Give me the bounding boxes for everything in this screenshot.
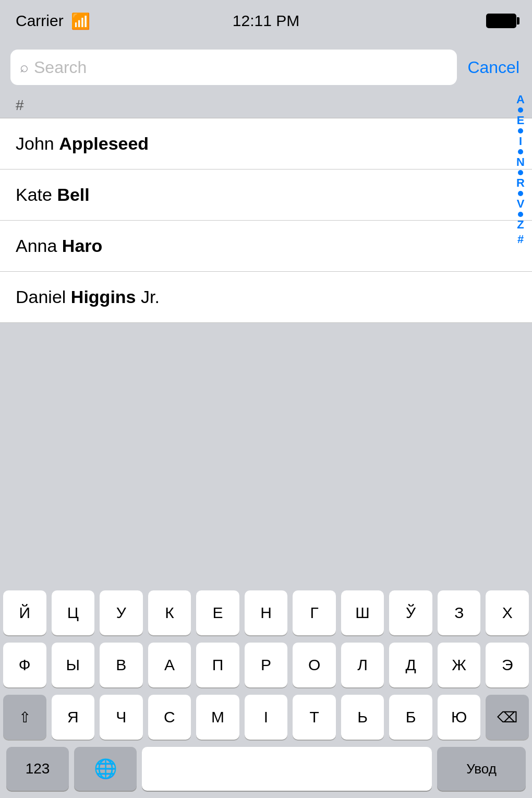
index-I[interactable]: I bbox=[519, 135, 522, 148]
status-left: Carrier 📶 bbox=[16, 12, 90, 30]
battery-area bbox=[486, 14, 516, 28]
key-ц[interactable]: Ц bbox=[52, 590, 95, 635]
status-time: 12:11 PM bbox=[233, 12, 299, 30]
key-з[interactable]: З bbox=[438, 590, 481, 635]
key-л[interactable]: Л bbox=[341, 643, 384, 687]
contact-item-haro[interactable]: Anna Haro bbox=[0, 221, 532, 272]
key-п[interactable]: П bbox=[196, 643, 239, 687]
key-р[interactable]: Р bbox=[245, 643, 288, 687]
index-R[interactable]: R bbox=[516, 176, 525, 190]
globe-key[interactable]: 🌐 bbox=[74, 747, 137, 791]
key-г[interactable]: Г bbox=[293, 590, 336, 635]
key-т[interactable]: Т bbox=[293, 695, 336, 740]
index-dot-6 bbox=[518, 212, 523, 217]
contact-item-higgins[interactable]: Daniel Higgins Jr. bbox=[0, 272, 532, 323]
key-д[interactable]: Д bbox=[389, 643, 432, 687]
index-Z[interactable]: Z bbox=[517, 218, 524, 232]
wifi-icon: 📶 bbox=[71, 12, 90, 30]
contacts-list: # John Appleseed Kate Bell Anna Haro Dan… bbox=[0, 93, 532, 323]
keyboard-row-2: Ф Ы В А П Р О Л Д Ж Э bbox=[3, 643, 529, 687]
key-й[interactable]: Й bbox=[3, 590, 46, 635]
key-м[interactable]: М bbox=[196, 695, 239, 740]
contact-name-bell: Kate Bell bbox=[16, 185, 90, 205]
contact-name-haro: Anna Haro bbox=[16, 236, 102, 256]
index-dot-4 bbox=[518, 170, 523, 175]
index-dot-2 bbox=[518, 128, 523, 134]
key-н[interactable]: Н bbox=[245, 590, 288, 635]
key-а[interactable]: А bbox=[148, 643, 191, 687]
shift-key[interactable]: ⇧ bbox=[3, 695, 46, 740]
key-е[interactable]: Е bbox=[196, 590, 239, 635]
delete-key[interactable]: ⌫ bbox=[486, 695, 529, 740]
carrier-label: Carrier bbox=[16, 12, 64, 30]
contact-name-appleseed: John Appleseed bbox=[16, 134, 149, 154]
key-с[interactable]: С bbox=[148, 695, 191, 740]
contact-name-higgins: Daniel Higgins Jr. bbox=[16, 287, 160, 307]
key-ш[interactable]: Ш bbox=[341, 590, 384, 635]
search-input-wrapper: ⌕ bbox=[10, 50, 457, 85]
index-dot-3 bbox=[518, 149, 523, 154]
key-ю[interactable]: Ю bbox=[438, 695, 481, 740]
cancel-button[interactable]: Cancel bbox=[465, 58, 522, 77]
num-key[interactable]: 123 bbox=[6, 747, 69, 791]
key-в[interactable]: В bbox=[100, 643, 143, 687]
alphabet-index: A E I N R V Z # bbox=[516, 93, 525, 246]
key-ж[interactable]: Ж bbox=[438, 643, 481, 687]
key-о[interactable]: О bbox=[293, 643, 336, 687]
status-bar: Carrier 📶 12:11 PM bbox=[0, 0, 532, 42]
key-к[interactable]: К bbox=[148, 590, 191, 635]
search-icon: ⌕ bbox=[20, 59, 29, 76]
enter-key[interactable]: Увод bbox=[437, 747, 526, 791]
index-A[interactable]: A bbox=[516, 93, 525, 106]
index-dot-5 bbox=[518, 191, 523, 196]
section-header-hash: # bbox=[0, 93, 532, 118]
index-dot-1 bbox=[518, 107, 523, 113]
index-E[interactable]: E bbox=[517, 114, 525, 127]
key-э[interactable]: Э bbox=[486, 643, 529, 687]
contact-item-bell[interactable]: Kate Bell bbox=[0, 170, 532, 221]
keyboard: Й Ц У К Е Н Г Ш Ў З Х Ф Ы В А П Р О Л Д … bbox=[0, 583, 532, 798]
keyboard-row-3: ⇧ Я Ч С М І Т Ь Б Ю ⌫ bbox=[3, 695, 529, 740]
key-ч[interactable]: Ч bbox=[100, 695, 143, 740]
search-bar: ⌕ Cancel bbox=[0, 42, 532, 93]
index-hash[interactable]: # bbox=[517, 233, 524, 246]
key-і[interactable]: І bbox=[245, 695, 288, 740]
key-ф[interactable]: Ф bbox=[3, 643, 46, 687]
contact-item-appleseed[interactable]: John Appleseed bbox=[0, 118, 532, 170]
space-key[interactable] bbox=[142, 747, 432, 791]
key-б[interactable]: Б bbox=[389, 695, 432, 740]
key-ы[interactable]: Ы bbox=[52, 643, 95, 687]
keyboard-bottom-row: 123 🌐 Увод bbox=[3, 747, 529, 798]
key-я[interactable]: Я bbox=[52, 695, 95, 740]
index-N[interactable]: N bbox=[516, 155, 525, 169]
key-ў[interactable]: Ў bbox=[389, 590, 432, 635]
battery-icon bbox=[486, 14, 516, 28]
key-ь[interactable]: Ь bbox=[341, 695, 384, 740]
keyboard-row-1: Й Ц У К Е Н Г Ш Ў З Х bbox=[3, 590, 529, 635]
search-input[interactable] bbox=[34, 58, 448, 77]
key-х[interactable]: Х bbox=[486, 590, 529, 635]
index-V[interactable]: V bbox=[517, 197, 525, 211]
key-у[interactable]: У bbox=[100, 590, 143, 635]
